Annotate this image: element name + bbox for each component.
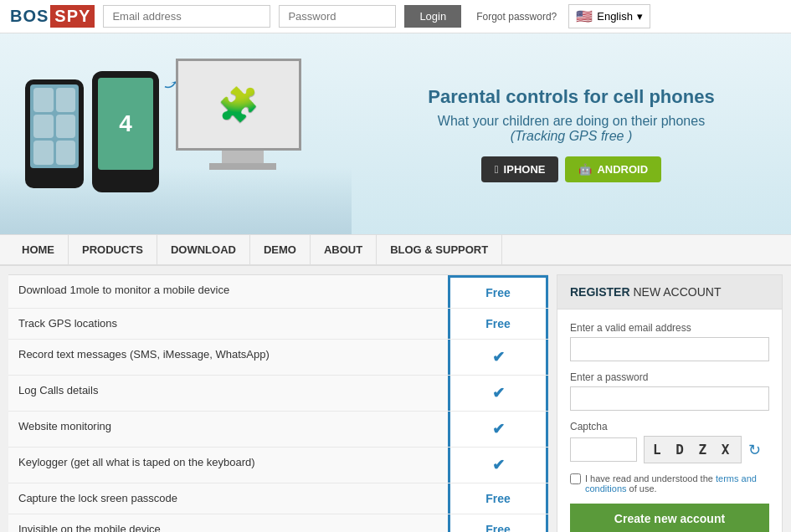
phone-number: 4 [119,110,132,137]
feature-name: Invisible on the mobile device [8,514,448,532]
password-input[interactable] [279,5,396,28]
terms-checkbox[interactable] [570,473,581,484]
feature-row: Keylogger (get all what is taped on the … [8,448,548,483]
feature-name: Track GPS locations [8,309,448,339]
navigation: HOMEPRODUCTSDOWNLOADDEMOABOUTBLOG & SUPP… [0,234,791,266]
login-button[interactable]: Login [404,5,461,28]
feature-name: Capture the lock sreen passcode [8,483,448,514]
phone2-image: 4 [92,71,159,192]
feature-value: Free [448,514,548,532]
captcha-input[interactable] [570,437,637,462]
forgot-password-link[interactable]: Forgot password? [476,11,557,23]
feature-row: Website monitoring✔ [8,412,548,448]
hero-title: Parental controls for cell phones [377,85,766,110]
hero-section: 4 ⤻ 🧩 Parental controls for cell phones … [0,33,791,234]
feature-name: Download 1mole to monitor a mobile devic… [8,275,448,308]
terms-text: I have read and understood the terms and… [585,473,769,494]
hero-buttons:  IPHONE 🤖 ANDROID [377,156,766,182]
email-input[interactable] [103,5,270,28]
feature-row: Capture the lock sreen passcodeFree [8,483,548,514]
captcha-row: L D Z X ↻ [570,436,769,463]
hero-text: Parental controls for cell phones What y… [352,69,791,199]
phone1-image [25,79,84,188]
register-panel: REGISTER NEW ACCOUNT Enter a valid email… [557,274,783,532]
monitor-image: 🧩 [176,59,310,167]
captcha-refresh-button[interactable]: ↻ [748,441,761,459]
hero-tracking: (Tracking GPS free ) [377,129,766,144]
logo-bos: BOS [10,7,49,26]
nav-item-blog-&-support[interactable]: BLOG & SUPPORT [377,235,502,264]
register-email-input[interactable] [570,337,769,361]
nav-item-demo[interactable]: DEMO [250,235,311,264]
features-section: Download 1mole to monitor a mobile devic… [8,274,548,532]
feature-value: Free [448,309,548,339]
hero-subtitle: What your children are doing on their ph… [377,114,766,129]
captcha-label: Captcha [570,421,769,432]
header: BOSSPY Login Forgot password? 🇺🇸 English… [0,0,791,33]
email-label: Enter a valid email address [570,322,769,334]
logo-spy: SPY [50,5,95,28]
feature-name: Log Calls details [8,376,448,411]
feature-name: Website monitoring [8,412,448,447]
iphone-button[interactable]:  IPHONE [481,156,559,182]
feature-name: Keylogger (get all what is taped on the … [8,448,448,483]
register-title-bold: REGISTER [570,285,630,299]
feature-value: ✔ [448,340,548,375]
feature-value: Free [448,275,548,308]
create-account-button[interactable]: Create new account [570,504,769,532]
feature-value: Free [448,483,548,514]
puzzle-icon: 🧩 [218,85,259,125]
feature-row: Download 1mole to monitor a mobile devic… [8,274,548,309]
android-icon: 🤖 [578,163,592,176]
feature-value: ✔ [448,412,548,447]
nav-item-products[interactable]: PRODUCTS [69,235,157,264]
password-label: Enter a password [570,371,769,383]
feature-value: ✔ [448,376,548,411]
android-label: ANDROID [597,163,648,176]
feature-name: Record text messages (SMS, iMessage, Wha… [8,340,448,375]
register-password-input[interactable] [570,386,769,411]
nav-item-about[interactable]: ABOUT [311,235,377,264]
hero-images: 4 ⤻ 🧩 [0,33,352,234]
flag-icon: 🇺🇸 [576,8,593,24]
chevron-down-icon: ▾ [637,10,643,23]
language-label: English [597,10,633,23]
feature-row: Track GPS locationsFree [8,309,548,340]
feature-row: Record text messages (SMS, iMessage, Wha… [8,340,548,376]
feature-row: Invisible on the mobile deviceFree [8,514,548,532]
register-title-rest: NEW ACCOUNT [633,285,721,299]
iphone-label: IPHONE [504,163,546,176]
captcha-image: L D Z X [644,436,742,463]
terms-row: I have read and understood the terms and… [570,473,769,494]
language-selector[interactable]: 🇺🇸 English ▾ [568,4,650,28]
main-content: Download 1mole to monitor a mobile devic… [0,266,791,532]
register-form: Enter a valid email address Enter a pass… [557,309,782,532]
feature-value: ✔ [448,448,548,483]
android-button[interactable]: 🤖 ANDROID [565,156,661,182]
nav-item-download[interactable]: DOWNLOAD [157,235,250,264]
nav-item-home[interactable]: HOME [8,235,69,264]
logo: BOSSPY [10,5,95,28]
feature-row: Log Calls details✔ [8,376,548,412]
register-header: REGISTER NEW ACCOUNT [557,275,782,309]
apple-icon:  [495,163,499,176]
